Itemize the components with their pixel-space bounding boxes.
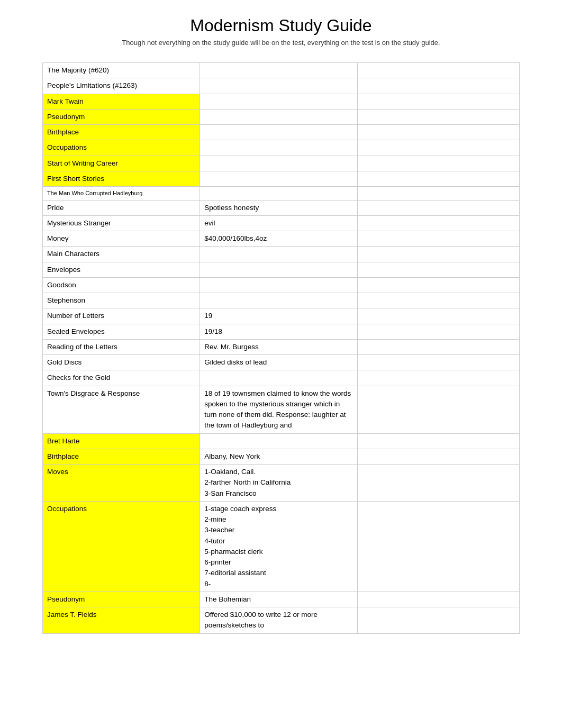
table-cell-col2 (200, 171, 357, 186)
table-cell-col2 (200, 78, 357, 94)
table-cell-col1: James T. Fields (43, 607, 200, 634)
table-row: Envelopes (43, 262, 520, 277)
table-cell-col1: Stephenson (43, 293, 200, 308)
table-cell-col1: Occupations (43, 140, 200, 156)
table-cell-col3 (357, 262, 519, 277)
table-cell-col3 (357, 187, 519, 201)
table-cell-col3 (357, 465, 519, 502)
table-cell-col2: Albany, New York (200, 449, 357, 464)
table-cell-col2 (200, 156, 357, 171)
table-cell-col3 (357, 125, 519, 140)
table-cell-col1: Money (43, 231, 200, 247)
table-cell-col2 (200, 262, 357, 277)
table-cell-col1: Town's Disgrace & Response (43, 386, 200, 433)
table-cell-col2: The Bohemian (200, 592, 357, 607)
table-cell-col2: Rev. Mr. Burgess (200, 339, 357, 354)
page-title: Modernism Study Guide (11, 16, 551, 35)
table-cell-col3 (357, 592, 519, 607)
table-cell-col3 (357, 501, 519, 592)
table-cell-col2 (200, 140, 357, 156)
table-row: Number of Letters19 (43, 308, 520, 324)
table-cell-col2 (200, 187, 357, 201)
table-cell-col2: 1-Oakland, Cali.2-farther North in Calif… (200, 465, 357, 502)
table-row: Pseudonym (43, 109, 520, 124)
table-row: Start of Writing Career (43, 156, 520, 171)
table-cell-col2 (200, 247, 357, 262)
table-cell-col3 (357, 247, 519, 262)
table-cell-col3 (357, 433, 519, 449)
table-row: Stephenson (43, 293, 520, 308)
table-cell-col2: Offered $10,000 to write 12 or more poem… (200, 607, 357, 634)
table-row: BirthplaceAlbany, New York (43, 449, 520, 464)
table-cell-col1: Pseudonym (43, 109, 200, 124)
table-cell-col2: 19/18 (200, 324, 357, 339)
table-row: Checks for the Gold (43, 370, 520, 386)
table-cell-col1: Bret Harte (43, 433, 200, 449)
main-table-container: The Majority (#620)People's Limitations … (42, 62, 520, 634)
table-cell-col2: $40,000/160lbs,4oz (200, 231, 357, 247)
table-cell-col1: The Man Who Corrupted Hadleyburg (43, 187, 200, 201)
table-cell-col3 (357, 231, 519, 247)
table-cell-col1: Mysterious Stranger (43, 215, 200, 231)
table-cell-col3 (357, 156, 519, 171)
table-row: Occupations1-stage coach express2-mine3-… (43, 501, 520, 592)
table-cell-col3 (357, 293, 519, 308)
table-row: Money$40,000/160lbs,4oz (43, 231, 520, 247)
table-cell-col2 (200, 293, 357, 308)
table-row: Town's Disgrace & Response18 of 19 towns… (43, 386, 520, 433)
table-cell-col3 (357, 308, 519, 324)
table-cell-col2 (200, 109, 357, 124)
table-cell-col1: Sealed Envelopes (43, 324, 200, 339)
table-cell-col3 (357, 215, 519, 231)
table-cell-col2 (200, 370, 357, 386)
table-row: Goodson (43, 277, 520, 293)
table-row: The Majority (#620) (43, 63, 520, 78)
table-cell-col2: 1-stage coach express2-mine3-teacher4-tu… (200, 501, 357, 592)
table-cell-col1: Reading of the Letters (43, 339, 200, 354)
table-cell-col3 (357, 140, 519, 156)
table-cell-col1: Mark Twain (43, 94, 200, 109)
table-cell-col2 (200, 63, 357, 78)
table-cell-col2: 19 (200, 308, 357, 324)
table-cell-col3 (357, 355, 519, 370)
table-row: PseudonymThe Bohemian (43, 592, 520, 607)
table-cell-col1: Birthplace (43, 449, 200, 464)
table-cell-col3 (357, 449, 519, 464)
table-cell-col1: First Short Stories (43, 171, 200, 186)
table-row: Main Characters (43, 247, 520, 262)
table-cell-col1: Birthplace (43, 125, 200, 140)
table-row: Occupations (43, 140, 520, 156)
table-cell-col1: Goodson (43, 277, 200, 293)
table-cell-col3 (357, 78, 519, 94)
table-cell-col3 (357, 339, 519, 354)
table-cell-col3 (357, 63, 519, 78)
page-header: Modernism Study Guide Though not everyth… (0, 0, 562, 52)
table-cell-col3 (357, 370, 519, 386)
table-cell-col3 (357, 607, 519, 634)
table-cell-col1: Main Characters (43, 247, 200, 262)
table-cell-col2 (200, 125, 357, 140)
table-row: Bret Harte (43, 433, 520, 449)
table-cell-col2: Spotless honesty (200, 200, 357, 215)
table-cell-col1: People's Limitations (#1263) (43, 78, 200, 94)
table-row: The Man Who Corrupted Hadleyburg (43, 187, 520, 201)
table-row: Mysterious Strangerevil (43, 215, 520, 231)
study-guide-table: The Majority (#620)People's Limitations … (42, 62, 520, 634)
table-cell-col3 (357, 386, 519, 433)
table-cell-col1: Number of Letters (43, 308, 200, 324)
table-row: Birthplace (43, 125, 520, 140)
table-cell-col3 (357, 324, 519, 339)
table-cell-col1: Occupations (43, 501, 200, 592)
table-cell-col3 (357, 171, 519, 186)
table-row: Gold DiscsGilded disks of lead (43, 355, 520, 370)
table-cell-col1: Gold Discs (43, 355, 200, 370)
table-cell-col1: Envelopes (43, 262, 200, 277)
table-row: Sealed Envelopes19/18 (43, 324, 520, 339)
table-cell-col3 (357, 200, 519, 215)
table-cell-col2 (200, 94, 357, 109)
table-cell-col3 (357, 94, 519, 109)
table-cell-col1: The Majority (#620) (43, 63, 200, 78)
table-cell-col2: Gilded disks of lead (200, 355, 357, 370)
table-row: Moves1-Oakland, Cali.2-farther North in … (43, 465, 520, 502)
table-cell-col2: evil (200, 215, 357, 231)
